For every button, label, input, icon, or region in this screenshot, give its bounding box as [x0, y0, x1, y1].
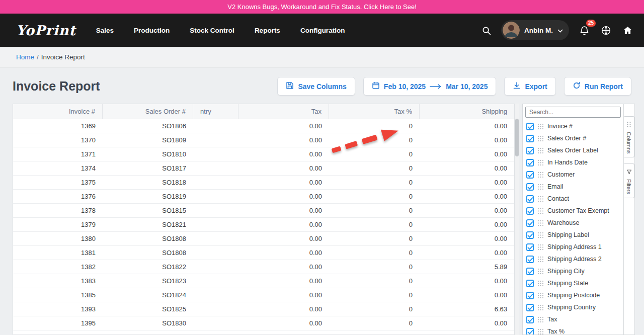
announcement-banner[interactable]: V2 Knowns Bugs, Workaround and Fix Statu… — [0, 0, 644, 14]
column-list-item[interactable]: Shipping State — [523, 277, 623, 289]
column-list-item[interactable]: Warehouse — [523, 217, 623, 229]
column-list-item[interactable]: Shipping Address 1 — [523, 241, 623, 253]
table-row[interactable]: 1395SO18300.0000.00 — [13, 316, 514, 330]
drag-handle-icon[interactable] — [537, 316, 544, 323]
column-checkbox[interactable] — [526, 195, 534, 203]
column-checkbox[interactable] — [526, 135, 534, 142]
table-cell: SO1808 — [103, 232, 193, 245]
table-row[interactable]: 1381SO18080.0000.00 — [13, 246, 514, 260]
drag-handle-icon[interactable] — [537, 292, 544, 299]
column-header[interactable]: Tax — [238, 104, 329, 119]
user-menu[interactable]: Anbin M. — [501, 20, 569, 40]
drag-handle-icon[interactable] — [537, 184, 544, 190]
column-list-item[interactable]: Shipping Address 2 — [523, 253, 623, 265]
drag-handle-icon[interactable] — [537, 304, 544, 311]
table-row[interactable]: 1378SO18150.0000.00 — [13, 204, 514, 218]
column-list-item[interactable]: Invoice # — [523, 120, 623, 132]
column-checkbox[interactable] — [526, 231, 534, 239]
column-checkbox[interactable] — [526, 316, 534, 323]
drag-handle-icon[interactable] — [537, 135, 544, 142]
export-button[interactable]: Export — [504, 77, 555, 96]
table-row[interactable]: 1382SO18220.0005.89 — [13, 260, 514, 274]
date-range-button[interactable]: Feb 10, 2025 Mar 10, 2025 — [363, 77, 497, 96]
column-header[interactable]: Sales Order # — [103, 104, 193, 119]
table-row[interactable]: 1376SO18190.0000.00 — [13, 190, 514, 204]
page-head: Invoice Report Save Columns Feb 10, 2025… — [0, 68, 644, 104]
drag-handle-icon[interactable] — [537, 244, 544, 250]
home-icon[interactable] — [621, 24, 634, 37]
drag-handle-icon[interactable] — [537, 159, 544, 166]
save-columns-button[interactable]: Save Columns — [277, 77, 355, 96]
drag-handle-icon[interactable] — [537, 256, 544, 263]
nav-item-reports[interactable]: Reports — [255, 27, 280, 34]
drag-handle-icon[interactable] — [537, 208, 544, 214]
column-list-item[interactable]: Shipping City — [523, 265, 623, 277]
column-checkbox[interactable] — [526, 219, 534, 227]
column-list-item[interactable]: Customer — [523, 169, 623, 181]
column-list-item[interactable]: Shipping Label — [523, 229, 623, 241]
drag-handle-icon[interactable] — [537, 280, 544, 287]
globe-icon[interactable] — [599, 24, 612, 37]
table-scrollbar[interactable] — [515, 104, 519, 335]
column-checkbox[interactable] — [526, 280, 534, 287]
nav-item-configuration[interactable]: Configuration — [300, 27, 345, 34]
column-header[interactable]: Tax % — [329, 104, 420, 119]
nav-item-sales[interactable]: Sales — [96, 27, 114, 34]
table-row[interactable]: 1369SO18060.0000.00 — [13, 119, 514, 133]
drag-handle-icon[interactable] — [537, 220, 544, 226]
drag-handle-icon[interactable] — [537, 172, 544, 178]
table-row[interactable]: 1385SO18240.0000.00 — [13, 288, 514, 302]
column-list-item[interactable]: Customer Tax Exempt — [523, 205, 623, 217]
table-cell: SO1824 — [103, 288, 193, 302]
table-row[interactable]: 1375SO18180.0000.00 — [13, 176, 514, 190]
tab-filters[interactable]: Filters — [624, 163, 634, 198]
column-checkbox[interactable] — [526, 123, 534, 130]
column-list-item[interactable]: Tax — [523, 313, 623, 325]
drag-handle-icon[interactable] — [537, 268, 544, 275]
notifications-button[interactable]: 25 — [578, 24, 591, 37]
column-checkbox[interactable] — [526, 147, 534, 154]
column-list-item[interactable]: In Hands Date — [523, 156, 623, 169]
nav-item-production[interactable]: Production — [134, 27, 170, 34]
column-checkbox[interactable] — [526, 304, 534, 311]
column-list-item[interactable]: Contact — [523, 193, 623, 205]
table-row[interactable]: 1380SO18080.0000.00 — [13, 232, 514, 246]
table-row[interactable]: 1383SO18230.0000.00 — [13, 274, 514, 288]
column-list-item[interactable]: Shipping Postcode — [523, 289, 623, 301]
column-checkbox[interactable] — [526, 207, 534, 215]
drag-handle-icon[interactable] — [537, 123, 544, 130]
table-row[interactable]: 1379SO18210.0000.00 — [13, 218, 514, 232]
table-row[interactable]: 1393SO18250.0006.63 — [13, 302, 514, 316]
drag-handle-icon[interactable] — [537, 196, 544, 202]
breadcrumb-home[interactable]: Home — [16, 53, 34, 61]
column-checkbox[interactable] — [526, 183, 534, 191]
drag-handle-icon[interactable] — [537, 232, 544, 238]
table-row[interactable]: 1371SO18100.0000.00 — [13, 147, 514, 161]
table-row[interactable]: 1370SO18090.0000.00 — [13, 133, 514, 147]
column-list-item[interactable]: Sales Order Label — [523, 144, 623, 156]
nav-item-stock-control[interactable]: Stock Control — [190, 27, 234, 34]
column-search-input[interactable] — [525, 107, 621, 118]
logo[interactable]: YoPrint — [16, 23, 76, 38]
column-checkbox[interactable] — [526, 256, 534, 263]
column-list-item[interactable]: Shipping Country — [523, 301, 623, 313]
run-report-button[interactable]: Run Report — [564, 77, 631, 96]
column-checkbox[interactable] — [526, 171, 534, 179]
column-list-item[interactable]: Tax % — [523, 325, 623, 334]
column-header[interactable]: Shipping — [420, 104, 514, 119]
column-checkbox[interactable] — [526, 159, 534, 166]
search-icon[interactable] — [479, 24, 493, 37]
column-list-item[interactable]: Sales Order # — [523, 132, 623, 144]
column-checkbox[interactable] — [526, 243, 534, 251]
drag-handle-icon[interactable] — [537, 147, 544, 154]
scrollbar-thumb[interactable] — [515, 119, 519, 156]
column-checkbox[interactable] — [526, 268, 534, 275]
column-header[interactable]: ntry — [193, 104, 238, 119]
table-row[interactable]: 1374SO18170.0000.00 — [13, 161, 514, 176]
tab-columns[interactable]: Columns — [624, 116, 634, 157]
column-list-item[interactable]: Email — [523, 181, 623, 193]
column-header[interactable]: Invoice # — [13, 104, 103, 119]
column-checkbox[interactable] — [526, 328, 534, 335]
drag-handle-icon[interactable] — [537, 328, 544, 335]
column-checkbox[interactable] — [526, 292, 534, 299]
